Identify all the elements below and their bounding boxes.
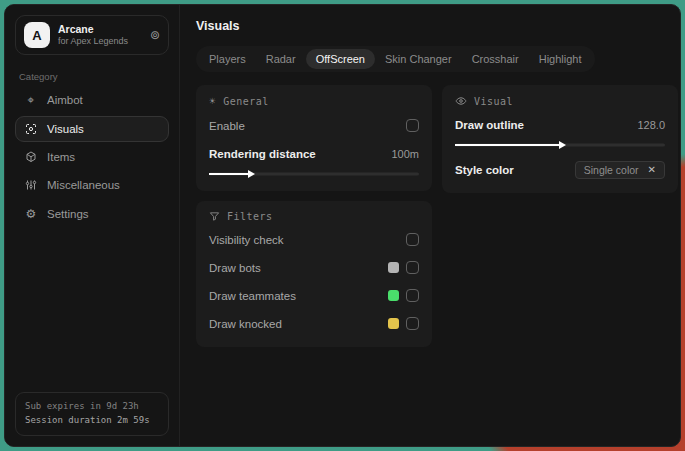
filter-row: Draw teammates [209,285,419,306]
crosshair-icon: ⌖ [24,93,38,107]
filter-row: Visibility check [209,229,419,250]
tab-skin-changer[interactable]: Skin Changer [375,49,462,69]
enable-checkbox[interactable] [406,119,419,132]
brand-text: Arcane for Apex Legends [58,23,142,47]
sliders-icon [24,179,38,191]
draw-knocked-checkbox[interactable] [406,317,419,330]
sidebar-item-miscellaneous[interactable]: Miscellaneous [15,172,169,198]
tab-highlight[interactable]: Highlight [529,49,592,69]
app-subtitle: for Apex Legends [58,36,142,47]
sub-expires-text: Sub expires in 9d 23h [25,400,159,414]
draw-outline-value: 128.0 [637,119,665,131]
style-color-value: Single color [584,164,639,176]
cube-icon [24,151,38,163]
slider-fill[interactable] [455,144,560,146]
draw-teammates-label: Draw teammates [209,290,296,302]
sidebar-nav: ⌖ Aimbot Visuals Items [15,86,169,228]
draw-knocked-color-swatch[interactable] [388,318,399,329]
filter-row: Draw knocked [209,313,419,334]
sidebar-item-label: Settings [47,208,89,220]
category-label: Category [19,71,169,82]
draw-knocked-label: Draw knocked [209,318,282,330]
sidebar-item-visuals[interactable]: Visuals [15,116,169,142]
app-name: Arcane [58,23,142,36]
sidebar-item-label: Aimbot [47,94,83,106]
rendering-distance-label: Rendering distance [209,148,316,160]
visibility-check-checkbox[interactable] [406,233,419,246]
app-window: A Arcane for Apex Legends ⊚ Category ⌖ A… [4,4,681,447]
discord-icon[interactable]: ⊚ [150,28,160,42]
funnel-icon [209,211,220,222]
tab-radar[interactable]: Radar [256,49,306,69]
general-card: ☀ General Enable Rendering distance 100m [196,85,432,191]
card-title: Filters [227,211,273,222]
visual-card: Visual Draw outline 128.0 Style color Si… [442,85,678,193]
filters-card: Filters Visibility check Draw bots [196,201,432,347]
sidebar-item-aimbot[interactable]: ⌖ Aimbot [15,86,169,114]
slider-fill[interactable] [209,173,249,175]
close-icon[interactable]: ✕ [648,164,656,175]
session-duration-text: Session duration 2m 59s [25,414,159,428]
sidebar-item-settings[interactable]: ⚙ Settings [15,200,169,228]
draw-bots-color-swatch[interactable] [388,262,399,273]
page-title: Visuals [196,19,678,33]
card-title: Visual [474,96,513,107]
brand-header: A Arcane for Apex Legends ⊚ [15,15,169,55]
tab-players[interactable]: Players [199,49,256,69]
eye-scan-icon [24,123,38,135]
rendering-distance-value: 100m [391,148,419,160]
tab-crosshair[interactable]: Crosshair [462,49,529,69]
sidebar-item-label: Items [47,151,75,163]
style-color-label: Style color [455,164,514,176]
eye-icon [455,95,467,107]
draw-teammates-checkbox[interactable] [406,289,419,302]
tab-offscreen[interactable]: OffScreen [306,49,375,69]
sidebar-item-label: Miscellaneous [47,179,120,191]
main-content: Visuals Players Radar OffScreen Skin Cha… [180,5,681,446]
sun-icon: ☀ [209,95,216,108]
draw-outline-slider[interactable] [455,140,665,149]
enable-label: Enable [209,120,245,132]
filter-row: Draw bots [209,257,419,278]
gear-icon: ⚙ [24,207,38,221]
tab-bar: Players Radar OffScreen Skin Changer Cro… [196,46,595,72]
subscription-info-box: Sub expires in 9d 23h Session duration 2… [15,392,169,436]
sidebar: A Arcane for Apex Legends ⊚ Category ⌖ A… [5,5,180,446]
draw-teammates-color-swatch[interactable] [388,290,399,301]
rendering-distance-slider[interactable] [209,169,419,178]
sidebar-item-label: Visuals [47,123,84,135]
app-logo: A [24,22,50,48]
draw-bots-checkbox[interactable] [406,261,419,274]
style-color-select[interactable]: Single color ✕ [575,161,665,179]
draw-outline-label: Draw outline [455,119,524,131]
visibility-check-label: Visibility check [209,234,284,246]
card-title: General [223,96,269,107]
draw-bots-label: Draw bots [209,262,261,274]
sidebar-item-items[interactable]: Items [15,144,169,170]
